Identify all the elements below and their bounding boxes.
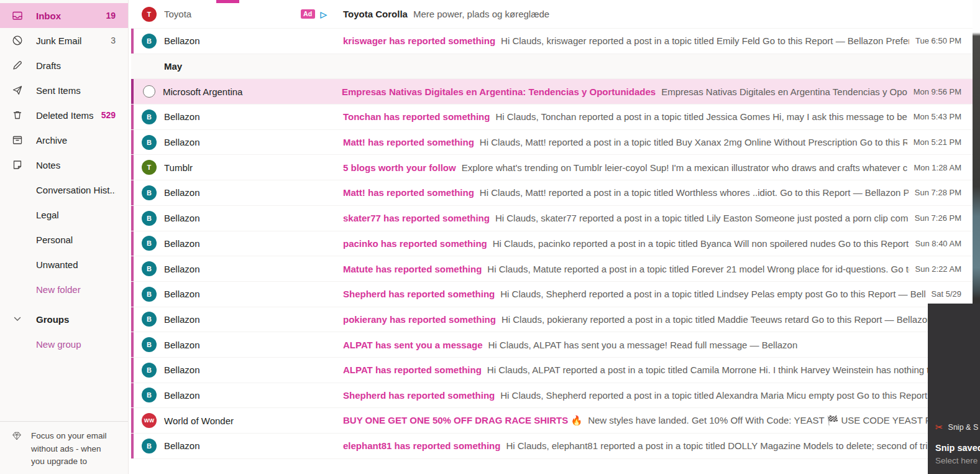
email-row[interactable]: T Tumblr 5 blogs worth your follow Explo… (131, 155, 980, 180)
email-row[interactable]: WW World of Wonder BUY ONE GET ONE 50% O… (131, 408, 980, 434)
email-row[interactable]: B Bellazon Matt! has reported something … (131, 130, 980, 156)
avatar[interactable]: B (142, 185, 157, 200)
snip-sketch-notification[interactable]: ✂ Snip & S Snip saved Select here (928, 304, 980, 474)
sent-icon (11, 84, 24, 96)
unread-indicator (131, 383, 134, 408)
email-row[interactable]: B Bellazon Matt! has reported something … (131, 180, 980, 206)
sidebar-item-conversation-history[interactable]: Conversation Hist... (0, 177, 128, 202)
toast-app-name: Snip & S (948, 423, 979, 432)
email-subject: skater77 has reported something (343, 213, 490, 223)
email-preview: Empresas Nativas Digitales en Argentina … (661, 86, 907, 97)
sidebar-item-junk-email[interactable]: Junk Email 3 (0, 28, 128, 53)
scissors-icon: ✂ (935, 422, 943, 433)
sidebar-item-archive[interactable]: Archive (0, 128, 128, 152)
sender-name: Bellazon (164, 111, 200, 122)
sender-name: Bellazon (164, 289, 200, 299)
folder-label: Junk Email (36, 35, 111, 46)
email-preview: Hi Clauds, Tonchan reported a post in a … (495, 111, 907, 122)
avatar[interactable]: B (142, 236, 157, 251)
folder-icon-placeholder (11, 208, 24, 221)
unread-indicator (131, 155, 134, 180)
email-row[interactable]: B Bellazon ALPAT has reported something … (131, 358, 980, 383)
sidebar-item-sent-items[interactable]: Sent Items (0, 78, 128, 103)
new-folder-button[interactable]: New folder (0, 277, 128, 302)
sidebar-item-legal[interactable]: Legal (0, 202, 128, 227)
email-row-selected[interactable]: Microsoft Argentina Empresas Nativas Dig… (131, 79, 980, 105)
new-group-button[interactable]: New group (0, 332, 128, 356)
email-preview: Hi Clauds, pacinko reported a post in a … (493, 238, 909, 249)
sidebar-item-deleted-items[interactable]: Deleted Items 529 (0, 103, 128, 128)
email-row[interactable]: B Bellazon ALPAT has sent you a message … (131, 332, 980, 358)
sender-name: Bellazon (164, 440, 200, 451)
adchoices-icon[interactable]: ▷ (321, 9, 327, 19)
email-time: Mon 9:56 PM (914, 87, 961, 96)
unread-indicator (131, 256, 134, 281)
groups-label: Groups (36, 314, 116, 325)
sender-name: Microsoft Argentina (163, 86, 242, 97)
select-radio[interactable] (143, 85, 155, 98)
avatar[interactable]: B (142, 388, 157, 402)
email-subject: Tonchan has reported something (343, 111, 490, 122)
email-subject: BUY ONE GET ONE 50% OFF DRAG RACE SHIRTS… (343, 415, 582, 426)
avatar[interactable]: B (142, 363, 157, 378)
ad-row[interactable]: T Toyota Ad ▷ Toyota Corolla Mere power,… (131, 0, 980, 29)
email-time: Sun 8:40 AM (915, 239, 961, 248)
email-subject: Empresas Nativas Digitales en Argentina:… (342, 86, 656, 97)
sidebar-item-unwanted[interactable]: Unwanted (0, 252, 128, 277)
outlook-mail-window: Inbox 19 Junk Email 3 Drafts Sent Items … (0, 0, 980, 474)
sidebar-item-personal[interactable]: Personal (0, 227, 128, 252)
email-row[interactable]: B Bellazon kriswager has reported someth… (131, 29, 980, 54)
avatar[interactable]: T (142, 160, 157, 175)
email-preview: Mere power, plads og køreglæde (413, 9, 955, 19)
avatar[interactable]: B (142, 261, 157, 276)
toast-subtitle[interactable]: Select here (935, 456, 978, 465)
email-preview: Hi Clauds, pokierany reported a post in … (501, 314, 955, 325)
email-row[interactable]: B Bellazon elephant81 has reported somet… (131, 434, 980, 459)
email-row[interactable]: B Bellazon Matute has reported something… (131, 256, 980, 282)
avatar[interactable]: B (142, 312, 157, 327)
folder-label: Sent Items (36, 85, 116, 96)
avatar[interactable]: WW (142, 413, 157, 428)
folder-sidebar: Inbox 19 Junk Email 3 Drafts Sent Items … (0, 0, 129, 474)
groups-section-header[interactable]: Groups (0, 307, 128, 332)
email-row[interactable]: B Bellazon Tonchan has reported somethin… (131, 105, 980, 130)
sender-name: Bellazon (164, 238, 200, 249)
unread-indicator (131, 130, 134, 155)
avatar[interactable]: T (142, 7, 157, 22)
sidebar-item-inbox[interactable]: Inbox 19 (0, 3, 128, 28)
email-row[interactable]: B Bellazon pacinko has reported somethin… (131, 231, 980, 257)
avatar[interactable]: B (142, 34, 157, 49)
sidebar-item-drafts[interactable]: Drafts (0, 53, 128, 78)
avatar[interactable]: B (142, 287, 157, 302)
email-preview: Hi Clauds, kriswager reported a post in … (501, 35, 909, 46)
sender-name: Tumblr (164, 162, 193, 173)
email-subject: Matt! has reported something (343, 187, 474, 198)
toast-title: Snip saved (935, 443, 980, 453)
email-time: Sat 5/29 (932, 289, 961, 299)
email-preview: Hi Clauds, Shepherd reported a post in a… (500, 289, 925, 299)
avatar[interactable]: B (142, 135, 157, 150)
month-group-header[interactable]: May (131, 54, 980, 80)
email-time: Mon 1:28 AM (914, 163, 961, 172)
unread-indicator (131, 307, 134, 332)
avatar[interactable]: B (142, 211, 157, 226)
email-preview: Explore what's trending on Tumblr leier-… (462, 162, 908, 173)
avatar[interactable]: B (142, 439, 157, 453)
avatar[interactable]: B (142, 109, 157, 124)
email-row[interactable]: B Bellazon skater77 has reported somethi… (131, 206, 980, 231)
email-row[interactable]: B Bellazon Shepherd has reported somethi… (131, 282, 980, 307)
email-time: Sun 7:28 PM (915, 188, 961, 197)
email-time: Mon 5:43 PM (914, 112, 961, 121)
unread-indicator (131, 408, 134, 433)
email-subject: Shepherd has reported something (343, 390, 495, 401)
notes-icon (11, 159, 24, 171)
unread-indicator (131, 29, 134, 53)
email-row[interactable]: B Bellazon pokierany has reported someth… (131, 307, 980, 333)
folder-label: Notes (36, 160, 116, 170)
folder-label: Personal (36, 235, 116, 245)
sidebar-item-notes[interactable]: Notes (0, 152, 128, 177)
folder-label: Conversation Hist... (36, 185, 116, 195)
email-row[interactable]: B Bellazon Shepherd has reported somethi… (131, 383, 980, 409)
avatar[interactable]: B (142, 337, 157, 352)
upgrade-ad-free-banner[interactable]: Focus on your email without ads - when y… (0, 421, 128, 474)
